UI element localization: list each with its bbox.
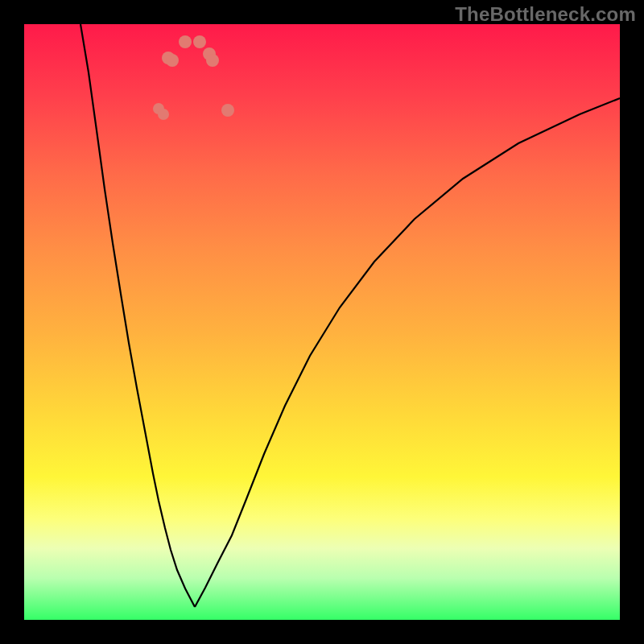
outer-frame: TheBottleneck.com: [0, 0, 644, 644]
plot-area: [24, 24, 620, 620]
data-dot: [206, 54, 219, 67]
curve-right-branch: [195, 98, 620, 607]
data-dot: [158, 109, 169, 120]
curve-layer: [24, 24, 620, 620]
watermark-text: TheBottleneck.com: [455, 3, 636, 26]
data-dots-group: [153, 35, 234, 120]
data-dot: [193, 35, 206, 48]
data-dot: [221, 104, 234, 117]
data-dot: [179, 35, 192, 48]
curve-left-branch: [80, 24, 195, 607]
data-dot: [166, 54, 179, 67]
